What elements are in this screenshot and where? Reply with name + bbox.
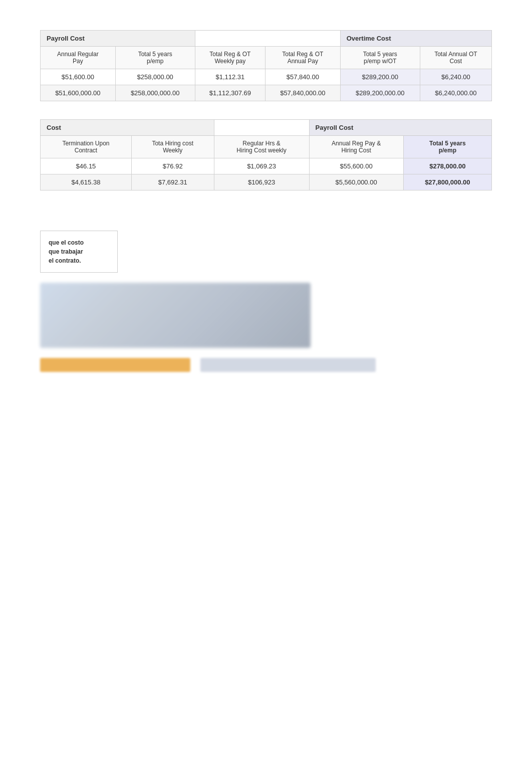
col-total-5yr-emp: Total 5 yearsp/emp — [115, 47, 195, 69]
table-row: $51,600.00 $258,000.00 $1,112.31 $57,840… — [41, 69, 492, 85]
col-annual-reg-pay-hiring: Annual Reg Pay &Hiring Cost — [309, 136, 403, 158]
spacer-header2 — [265, 31, 341, 47]
cell-annual-regular-pay-total: $51,600,000.00 — [41, 85, 116, 101]
cell-regular-hrs-hiring-total: $106,923 — [214, 174, 309, 190]
cell-termination-upon-contract: $46.15 — [41, 158, 132, 174]
payroll-overtime-section: Payroll Cost Overtime Cost Annual Regula… — [40, 30, 492, 101]
cell-total-annual-ot-cost-total: $6,240,000.00 — [420, 85, 491, 101]
col-annual-regular-pay: Annual RegularPay — [41, 47, 116, 69]
col-total-5yr-ot: Total 5 yearsp/emp w/OT — [340, 47, 420, 69]
col-total-reg-ot-annual: Total Reg & OTAnnual Pay — [265, 47, 341, 69]
cell-total-reg-ot-annual: $57,840.00 — [265, 69, 341, 85]
col-total-annual-ot-cost: Total Annual OTCost — [420, 47, 491, 69]
page-content: Payroll Cost Overtime Cost Annual Regula… — [10, 10, 522, 392]
blurred-bar-right — [200, 358, 376, 372]
col-total-reg-ot-weekly: Total Reg & OTWeekly pay — [195, 47, 265, 69]
cell-total-reg-ot-weekly-total: $1,112,307.69 — [195, 85, 265, 101]
blurred-section: que el costo que trabajar el contrato. — [40, 231, 492, 372]
cell-termination-upon-contract-total: $4,615.38 — [41, 174, 132, 190]
blurred-bar-row — [40, 358, 492, 372]
table-row: $4,615.38 $7,692.31 $106,923 $5,560,000.… — [41, 174, 492, 190]
payroll-cost-header2: Payroll Cost — [309, 120, 491, 136]
cell-total-5yr-emp-hiring: $278,000.00 — [403, 158, 491, 174]
cell-tota-hiring-cost-weekly-total: $7,692.31 — [131, 174, 214, 190]
payroll-overtime-table: Payroll Cost Overtime Cost Annual Regula… — [40, 30, 492, 101]
spacer-header — [195, 31, 265, 47]
spanish-note-box: que el costo que trabajar el contrato. — [40, 231, 118, 273]
table-row: $46.15 $76.92 $1,069.23 $55,600.00 $278,… — [41, 158, 492, 174]
col-termination-upon-contract: Termination UponContract — [41, 136, 132, 158]
hiring-cost-section: Cost Payroll Cost Termination UponContra… — [40, 119, 492, 190]
col-regular-hrs-hiring: Regular Hrs &Hiring Cost weekly — [214, 136, 309, 158]
cell-annual-reg-pay-hiring-total: $5,560,000.00 — [309, 174, 403, 190]
cell-total-5yr-emp: $258,000.00 — [115, 69, 195, 85]
blurred-table-image — [40, 283, 311, 348]
payroll-cost-header: Payroll Cost — [41, 31, 195, 47]
cell-total-5yr-emp-hiring-total: $27,800,000.00 — [403, 174, 491, 190]
cell-annual-reg-pay-hiring: $55,600.00 — [309, 158, 403, 174]
cell-annual-regular-pay: $51,600.00 — [41, 69, 116, 85]
table-row: $51,600,000.00 $258,000,000.00 $1,112,30… — [41, 85, 492, 101]
hiring-cost-table: Cost Payroll Cost Termination UponContra… — [40, 119, 492, 190]
cell-regular-hrs-hiring: $1,069.23 — [214, 158, 309, 174]
spacer-header3 — [214, 120, 309, 136]
overtime-cost-header: Overtime Cost — [340, 31, 491, 47]
cell-tota-hiring-cost-weekly: $76.92 — [131, 158, 214, 174]
cell-total-5yr-emp-ot-total: $289,200,000.00 — [340, 85, 420, 101]
col-tota-hiring-cost-weekly: Tota Hiring costWeekly — [131, 136, 214, 158]
cost-header: Cost — [41, 120, 214, 136]
cell-total-reg-ot-annual-total: $57,840,000.00 — [265, 85, 341, 101]
cell-total-annual-ot-cost: $6,240.00 — [420, 69, 491, 85]
cell-total-5yr-emp-ot: $289,200.00 — [340, 69, 420, 85]
cell-total-5yr-emp-total: $258,000,000.00 — [115, 85, 195, 101]
blurred-bar-left — [40, 358, 190, 372]
spanish-note-text: que el costo que trabajar el contrato. — [49, 239, 84, 264]
col-total-5yr-emp-hiring: Total 5 yearsp/emp — [403, 136, 491, 158]
cell-total-reg-ot-weekly: $1,112.31 — [195, 69, 265, 85]
